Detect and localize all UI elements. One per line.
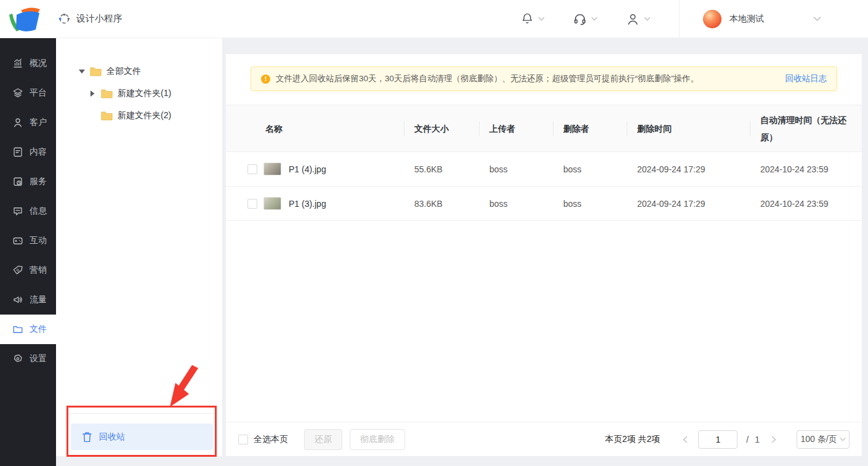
user-icon: [626, 12, 640, 26]
chevron-down-icon: [538, 17, 545, 21]
profile-menu[interactable]: [626, 12, 651, 26]
support-menu[interactable]: [573, 12, 598, 26]
page-size-select[interactable]: 100 条/页: [797, 430, 850, 449]
sidebar-item-label: 文件: [30, 324, 47, 335]
folder-tree-panel: 全部文件 新建文件夹(1) 新建文件夹(2) 回收站: [56, 38, 222, 456]
chevron-right-icon: [771, 436, 776, 443]
caret-down-icon[interactable]: [78, 68, 85, 75]
column-header-deleter: 删除者: [553, 120, 627, 137]
file-uploader: boss: [480, 164, 553, 174]
tree-item-all-files[interactable]: 全部文件: [56, 60, 222, 82]
warning-icon: !: [261, 74, 270, 84]
sidebar-item-traffic[interactable]: 流量: [0, 285, 56, 315]
prev-page-button[interactable]: [678, 436, 692, 443]
bell-icon: [521, 12, 534, 25]
page-number-input[interactable]: [698, 430, 737, 449]
sidebar-item-marketing[interactable]: 营销: [0, 255, 56, 285]
headset-icon: [573, 12, 587, 26]
file-name: P1 (3).jpg: [289, 199, 326, 209]
recycle-bin-label: 回收站: [99, 432, 125, 443]
sidebar-item-label: 概况: [30, 58, 47, 69]
sidebar-item-platform[interactable]: 平台: [0, 78, 56, 108]
recycle-bin-content: ! 文件进入回收站后保留30天，30天后将自动清理（彻底删除）、无法还原；超级管…: [226, 54, 862, 456]
sidebar-item-services[interactable]: 服务: [0, 167, 56, 196]
file-deleted-time: 2024-09-24 17:29: [627, 199, 750, 209]
tree-item-label: 全部文件: [106, 66, 141, 77]
service-icon: [12, 176, 23, 187]
column-header-uploader: 上传者: [480, 120, 553, 137]
sidebar-item-label: 互动: [30, 235, 47, 246]
sidebar-item-label: 营销: [30, 265, 47, 276]
notifications-menu[interactable]: [521, 12, 545, 25]
sidebar-item-customers[interactable]: 客户: [0, 108, 56, 137]
account-avatar: [703, 10, 721, 28]
top-header: 设计小程序: [0, 0, 868, 38]
sidebar-item-label: 流量: [30, 294, 47, 305]
chevron-down-icon: [644, 17, 651, 21]
row-checkbox[interactable]: [247, 199, 257, 209]
file-uploader: boss: [480, 199, 553, 209]
sidebar-item-label: 客户: [30, 117, 47, 128]
row-checkbox[interactable]: [247, 164, 257, 174]
folder-icon: [101, 89, 113, 98]
recycle-bin-entry[interactable]: 回收站: [71, 424, 213, 450]
recycle-log-link[interactable]: 回收站日志: [786, 73, 827, 84]
settings-icon: [12, 353, 23, 364]
account-switcher[interactable]: 本地测试: [703, 10, 868, 28]
folder-icon: [90, 66, 102, 76]
app-title: 设计小程序: [76, 13, 123, 25]
chart-icon: [12, 58, 23, 69]
trash-icon: [82, 432, 92, 443]
table-row[interactable]: P1 (3).jpg 83.6KB boss boss 2024-09-24 1…: [226, 187, 862, 221]
warning-banner: ! 文件进入回收站后保留30天，30天后将自动清理（彻底删除）、无法还原；超级管…: [251, 66, 837, 91]
folder-icon: [101, 111, 113, 121]
megaphone-icon: [12, 294, 23, 305]
total-pages: 1: [755, 435, 760, 444]
select-all-label: 全选本页: [254, 434, 288, 445]
interaction-icon: [12, 235, 23, 246]
list-footer: 全选本页 还原 彻底删除 本页2项 共2项 / 1 100 条/页: [226, 422, 862, 456]
item-count: 本页2项 共2项: [605, 434, 660, 445]
brand-logo-icon: [6, 5, 46, 33]
header-actions: 本地测试: [521, 0, 868, 38]
file-auto-clean-time: 2024-10-24 23:59: [750, 164, 862, 174]
column-header-name: 名称: [226, 120, 404, 137]
sidebar-item-overview[interactable]: 概况: [0, 49, 56, 78]
tree-item-new-folder-2[interactable]: 新建文件夹(2): [56, 105, 222, 127]
folder-icon: [12, 324, 23, 335]
miniprogram-icon: [58, 12, 71, 25]
main-sidebar: 概况 平台 客户 内容 服务 信息 互动 营销: [0, 38, 56, 466]
image-thumbnail: [263, 163, 281, 175]
layers-icon: [12, 87, 23, 98]
restore-button[interactable]: 还原: [304, 429, 342, 450]
table-header: 名称 文件大小 上传者 删除者 删除时间 自动清理时间（无法还原）: [226, 105, 862, 152]
warning-text: 文件进入回收站后保留30天，30天后将自动清理（彻底删除）、无法还原；超级管理员…: [276, 73, 699, 84]
tree-item-label: 新建文件夹(1): [118, 88, 171, 99]
customer-icon: [12, 117, 23, 128]
header-divider: [679, 0, 680, 38]
tag-icon: [12, 265, 23, 276]
sidebar-item-interaction[interactable]: 互动: [0, 226, 56, 255]
sidebar-item-settings[interactable]: 设置: [0, 344, 56, 374]
sidebar-item-files[interactable]: 文件: [0, 315, 56, 344]
sidebar-item-label: 内容: [30, 147, 47, 158]
tree-item-new-folder-1[interactable]: 新建文件夹(1): [56, 82, 222, 105]
sidebar-item-label: 设置: [30, 353, 47, 364]
tree-item-label: 新建文件夹(2): [118, 110, 171, 121]
current-app[interactable]: 设计小程序: [58, 12, 123, 25]
next-page-button[interactable]: [767, 436, 781, 443]
caret-right-icon[interactable]: [89, 90, 96, 97]
file-size: 83.6KB: [404, 199, 480, 209]
account-name: 本地测试: [729, 14, 764, 25]
table-row[interactable]: P1 (4).jpg 55.6KB boss boss 2024-09-24 1…: [226, 152, 862, 187]
content-icon: [12, 147, 23, 158]
chevron-down-icon: [813, 16, 821, 22]
sidebar-item-messages[interactable]: 信息: [0, 196, 56, 226]
select-all-checkbox[interactable]: [238, 435, 248, 444]
app-window: 设计小程序: [0, 0, 868, 466]
sidebar-item-content[interactable]: 内容: [0, 137, 56, 167]
sidebar-item-label: 服务: [30, 176, 47, 187]
purge-button[interactable]: 彻底删除: [350, 429, 405, 450]
tree-panel-divider: [68, 413, 215, 414]
image-thumbnail: [263, 197, 281, 210]
